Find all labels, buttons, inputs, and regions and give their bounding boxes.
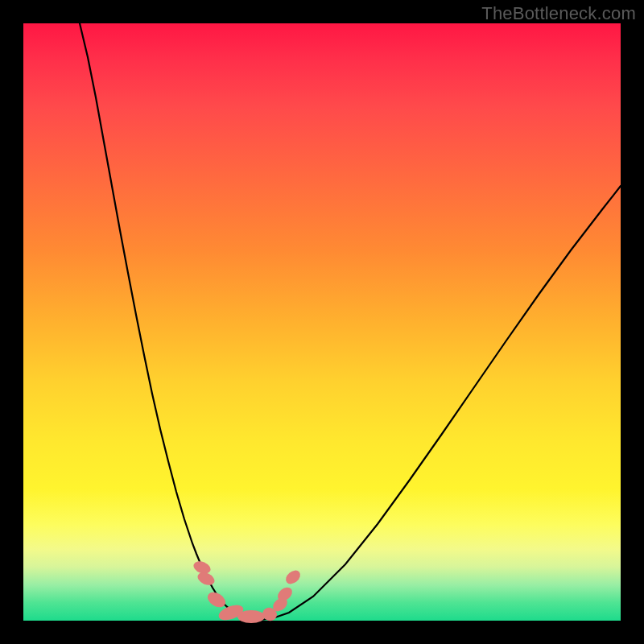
bottleneck-curve [80, 23, 621, 620]
chart-svg-layer [23, 23, 621, 621]
curve-marker [237, 610, 265, 623]
chart-frame: TheBottleneck.com [0, 0, 644, 644]
curve-marker [205, 589, 229, 610]
watermark-text: TheBottleneck.com [481, 3, 636, 24]
curve-marker [283, 568, 303, 587]
